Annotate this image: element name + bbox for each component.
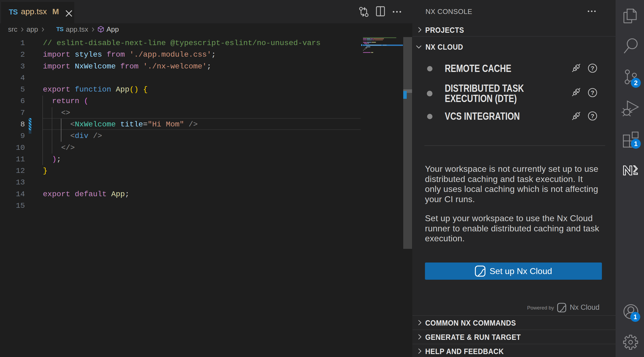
svg-text:?: ? xyxy=(591,65,594,72)
svg-text:?: ? xyxy=(591,89,594,96)
svg-text:?: ? xyxy=(591,113,594,119)
